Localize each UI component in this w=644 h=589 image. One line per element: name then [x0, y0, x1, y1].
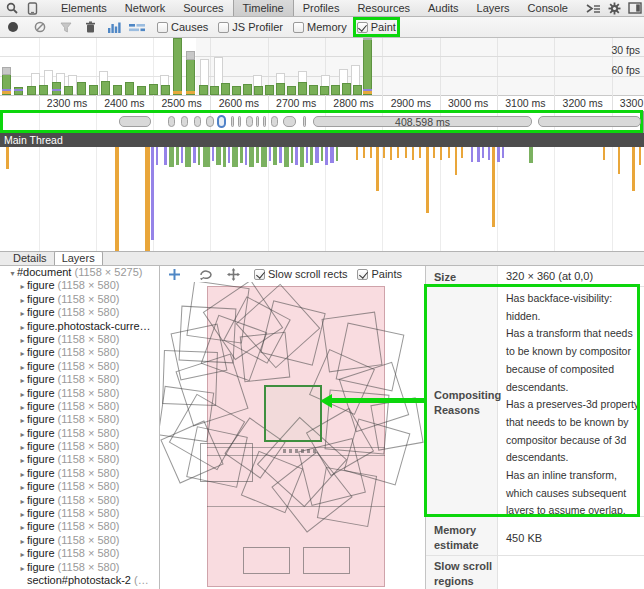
- frame-pill[interactable]: [194, 116, 201, 127]
- frame-bar[interactable]: [363, 38, 372, 95]
- tab-network[interactable]: Network: [116, 0, 174, 16]
- paint-rect[interactable]: [370, 397, 423, 450]
- layer-tree-item[interactable]: ▸figure (1158 × 580): [0, 440, 159, 453]
- main-thread-event[interactable]: [212, 147, 214, 161]
- frame-pill[interactable]: [246, 116, 253, 127]
- tab-details[interactable]: Details: [6, 252, 54, 265]
- tree-disclosure-icon[interactable]: ▸: [18, 388, 27, 400]
- layer-tree-item[interactable]: ▸figure (1158 × 580): [0, 561, 159, 574]
- frame-bar[interactable]: [298, 82, 307, 95]
- frame-pill[interactable]: [119, 116, 151, 127]
- main-thread-event[interactable]: [232, 147, 238, 167]
- paints-checkbox-box[interactable]: [357, 269, 368, 280]
- layer-tree-item[interactable]: ▸figure (1158 × 580): [0, 507, 159, 520]
- frame-bar[interactable]: [276, 83, 285, 95]
- layer-tree-item[interactable]: ▸figure (1158 × 580): [0, 520, 159, 533]
- main-thread-event[interactable]: [390, 147, 392, 160]
- layer-tree-item[interactable]: ▸figure (1158 × 580): [0, 480, 159, 493]
- main-thread-event[interactable]: [216, 147, 221, 165]
- tab-layers[interactable]: Layers: [54, 251, 103, 265]
- tree-disclosure-icon[interactable]: ▸: [18, 481, 27, 493]
- layer-tree-item[interactable]: ▸figure (1158 × 580): [0, 293, 159, 306]
- js-profiler-checkbox[interactable]: JS Profiler: [218, 21, 283, 33]
- tree-disclosure-icon[interactable]: ▸: [18, 307, 27, 319]
- tree-disclosure-icon[interactable]: ▸: [18, 374, 27, 386]
- frame-pill[interactable]: [168, 116, 175, 127]
- tab-timeline[interactable]: Timeline: [233, 0, 294, 16]
- paint-rect[interactable]: [317, 467, 377, 527]
- main-thread-event[interactable]: [6, 147, 9, 169]
- layers-3d-view[interactable]: [160, 282, 426, 589]
- frame-pill[interactable]: [283, 116, 296, 127]
- main-thread-event[interactable]: [164, 147, 167, 165]
- main-thread-event[interactable]: [383, 147, 385, 158]
- frames-strip[interactable]: 408.598 ms: [0, 110, 643, 133]
- main-thread-event[interactable]: [639, 147, 641, 165]
- main-thread-event[interactable]: [502, 147, 504, 158]
- record-button[interactable]: [8, 22, 18, 32]
- frame-bar[interactable]: [125, 82, 134, 95]
- layer-tree-item[interactable]: ▸figure (1158 × 580): [0, 360, 159, 373]
- frame-bar[interactable]: [265, 85, 274, 95]
- frame-bar[interactable]: [161, 85, 170, 95]
- layer-tree-item[interactable]: ▸figure (1158 × 580): [0, 306, 159, 319]
- paint-checkbox[interactable]: Paint: [357, 21, 396, 33]
- main-thread-event[interactable]: [471, 147, 473, 162]
- main-thread-event[interactable]: [440, 147, 442, 160]
- tree-disclosure-icon[interactable]: ▸: [18, 428, 27, 440]
- timeline-overview[interactable]: 30 fps60 fps: [0, 38, 644, 96]
- main-thread-event[interactable]: [426, 147, 429, 213]
- main-thread-event[interactable]: [145, 147, 150, 252]
- frame-bar[interactable]: [243, 84, 252, 95]
- slow-scroll-rects-checkbox[interactable]: Slow scroll rects: [254, 268, 347, 280]
- frame-bar[interactable]: [101, 81, 110, 95]
- main-thread-event[interactable]: [321, 147, 323, 161]
- frame-bar[interactable]: [137, 86, 146, 95]
- frame-bar[interactable]: [27, 86, 36, 95]
- main-thread-event[interactable]: [412, 147, 414, 160]
- frame-pill[interactable]: 408.598 ms: [313, 116, 532, 127]
- tree-disclosure-icon[interactable]: ▸: [18, 441, 27, 453]
- tab-elements[interactable]: Elements: [52, 0, 116, 16]
- main-thread-event[interactable]: [477, 147, 480, 162]
- main-thread-event[interactable]: [245, 147, 247, 165]
- frame-pill[interactable]: [271, 116, 278, 127]
- main-thread-event[interactable]: [448, 147, 450, 158]
- main-thread-event[interactable]: [228, 147, 230, 163]
- main-thread-event[interactable]: [273, 147, 277, 165]
- tree-disclosure-icon[interactable]: ▸: [18, 495, 27, 507]
- layer-tree-item[interactable]: ▸figure (1158 × 580): [0, 494, 159, 507]
- tab-profiles[interactable]: Profiles: [294, 0, 349, 16]
- frame-bar[interactable]: [173, 38, 182, 95]
- tree-disclosure-icon[interactable]: ▸: [18, 334, 27, 346]
- main-thread-event[interactable]: [279, 147, 282, 163]
- main-thread-event[interactable]: [223, 147, 226, 167]
- main-thread-event[interactable]: [461, 147, 463, 158]
- main-thread-event[interactable]: [492, 147, 495, 227]
- main-thread-event[interactable]: [529, 147, 533, 163]
- main-thread-event[interactable]: [300, 147, 304, 167]
- settings-gear-icon[interactable]: [608, 2, 621, 15]
- main-thread-event[interactable]: [325, 147, 328, 165]
- main-thread-event[interactable]: [256, 147, 259, 163]
- layer-tree-item[interactable]: ▸figure (1158 × 580): [0, 413, 159, 426]
- main-thread-event[interactable]: [363, 147, 365, 158]
- main-thread-event[interactable]: [482, 147, 484, 158]
- tab-sources[interactable]: Sources: [174, 0, 232, 16]
- tree-disclosure-icon[interactable]: ▾: [8, 267, 17, 279]
- causes-checkbox-box[interactable]: [157, 22, 168, 33]
- dock-side-icon[interactable]: [628, 2, 642, 14]
- layer-tree-item[interactable]: ▸figure (1158 × 580): [0, 534, 159, 547]
- main-thread-event[interactable]: [181, 147, 183, 163]
- layer-tree-item[interactable]: ▸figure (1158 × 580): [0, 453, 159, 466]
- frame-bar[interactable]: [77, 82, 86, 95]
- main-thread-event[interactable]: [151, 147, 154, 240]
- tree-disclosure-icon[interactable]: ▸: [18, 454, 27, 466]
- main-thread-event[interactable]: [185, 147, 191, 167]
- main-thread-event[interactable]: [330, 147, 334, 163]
- tree-disclosure-icon[interactable]: ▸: [18, 401, 27, 413]
- console-drawer-icon[interactable]: [585, 3, 601, 14]
- frame-bar[interactable]: [64, 86, 73, 95]
- frame-bar[interactable]: [39, 85, 48, 95]
- memory-checkbox[interactable]: Memory: [293, 21, 347, 33]
